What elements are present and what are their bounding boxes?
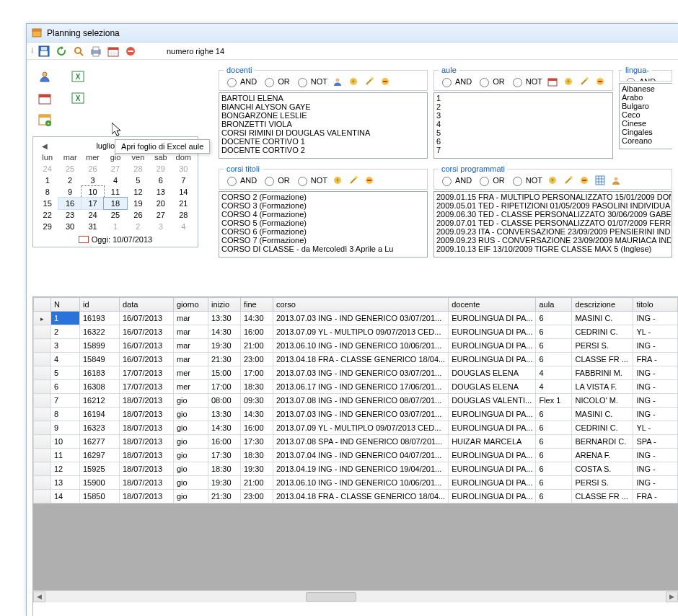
cal-day[interactable]: 9 bbox=[58, 186, 81, 198]
list-item[interactable]: DOCENTE CORTIVO 1 bbox=[220, 137, 426, 146]
table-cell[interactable]: 2013.07.03 ING - IND GENERICO 03/07/201.… bbox=[273, 312, 449, 325]
cal-day[interactable]: 18 bbox=[103, 197, 127, 210]
horizontal-scrollbar[interactable]: ◀ ▶ bbox=[33, 590, 678, 602]
aule-icon[interactable] bbox=[37, 90, 53, 106]
delete-icon[interactable] bbox=[123, 44, 138, 58]
ct-add-icon[interactable]: + bbox=[332, 175, 343, 186]
table-cell[interactable]: 2013.07.03 ING - IND GENERICO 03/07/201.… bbox=[273, 366, 449, 380]
table-cell[interactable]: 2013.06.10 ING - IND GENERICO 10/06/201.… bbox=[273, 339, 449, 353]
cal-day[interactable]: 2 bbox=[127, 221, 149, 232]
table-cell[interactable]: gio bbox=[174, 435, 208, 449]
table-cell[interactable]: 1 bbox=[51, 312, 80, 325]
table-cell[interactable]: 21:00 bbox=[241, 476, 273, 490]
table-row[interactable]: 71621218/07/2013gio08:0009:302013.07.08 … bbox=[34, 394, 678, 408]
table-cell[interactable]: 16297 bbox=[80, 449, 120, 462]
table-cell[interactable]: 2013.07.04 ING - IND GENERICO 04/07/201.… bbox=[273, 449, 449, 462]
cal-footer[interactable]: Oggi: 10/07/2013 bbox=[36, 232, 195, 244]
scroll-thumb[interactable] bbox=[306, 592, 356, 602]
table-cell[interactable]: EUROLINGUA DI PA... bbox=[449, 476, 536, 490]
table-cell[interactable]: 19:30 bbox=[208, 339, 241, 353]
list-item[interactable]: Bulgaro bbox=[620, 102, 672, 110]
list-item[interactable]: 2009.05.01 TED - RIPETIZIONI 01/05/2009 … bbox=[435, 201, 671, 210]
list-item[interactable]: CORSI RIMINI DI DOUGLAS VALENTINA bbox=[220, 128, 426, 137]
cal-day[interactable]: 24 bbox=[82, 209, 104, 221]
column-header[interactable]: id bbox=[80, 298, 120, 312]
table-row[interactable]: 141585018/07/2013gio21:3023:002013.04.18… bbox=[34, 490, 678, 503]
list-item[interactable]: BONGARZONE LESLIE bbox=[220, 111, 426, 120]
list-item[interactable]: CORSO 2 (Formazione) bbox=[220, 193, 426, 201]
docenti-and-radio[interactable]: AND bbox=[224, 76, 257, 87]
table-cell[interactable]: 18/07/2013 bbox=[120, 435, 174, 449]
table-cell[interactable]: 2013.04.18 FRA - CLASSE GENERICO 18/04..… bbox=[273, 353, 449, 366]
table-cell[interactable]: 19:30 bbox=[208, 476, 241, 490]
list-item[interactable]: DOCENTE CORTIVO 2 bbox=[220, 146, 426, 154]
table-cell[interactable]: 14 bbox=[51, 490, 80, 503]
table-cell[interactable]: mar bbox=[174, 325, 208, 339]
list-item[interactable]: Albanese bbox=[620, 84, 672, 93]
table-cell[interactable]: mar bbox=[174, 339, 208, 353]
table-cell[interactable]: 6 bbox=[536, 421, 572, 435]
table-cell[interactable]: 23:00 bbox=[241, 490, 273, 503]
table-cell[interactable]: 13:30 bbox=[208, 312, 241, 325]
table-cell[interactable]: COSTA S. bbox=[572, 462, 633, 476]
table-cell[interactable]: gio bbox=[174, 408, 208, 421]
cal-day[interactable]: 13 bbox=[149, 186, 172, 198]
table-cell[interactable]: 15900 bbox=[80, 476, 120, 490]
table-cell[interactable]: 16183 bbox=[80, 366, 120, 380]
table-cell[interactable]: 14:30 bbox=[208, 325, 241, 339]
table-cell[interactable]: mar bbox=[174, 353, 208, 366]
column-header[interactable]: descrizione bbox=[572, 298, 633, 312]
table-cell[interactable]: 15850 bbox=[80, 490, 120, 503]
cal-day[interactable]: 7 bbox=[172, 175, 195, 186]
table-cell[interactable]: FABBRINI M. bbox=[572, 366, 633, 380]
list-item[interactable]: 2009.06.30 TED - CLASSE PERSONALIZZATO 3… bbox=[435, 210, 671, 219]
aule-or-radio[interactable]: OR bbox=[476, 76, 505, 87]
table-cell[interactable]: 18/07/2013 bbox=[120, 394, 174, 408]
table-cell[interactable]: 3 bbox=[51, 339, 80, 353]
table-cell[interactable]: ING - bbox=[633, 339, 678, 353]
list-item[interactable]: Cinese bbox=[620, 119, 672, 128]
table-row[interactable]: 41584916/07/2013mar21:3023:002013.04.18 … bbox=[34, 353, 678, 366]
table-cell[interactable]: MASINI C. bbox=[572, 408, 633, 421]
list-item[interactable]: Ceco bbox=[620, 110, 672, 119]
cal-day[interactable]: 14 bbox=[172, 186, 195, 198]
aule-cal-icon[interactable] bbox=[547, 76, 558, 87]
aule-add-icon[interactable]: + bbox=[563, 76, 574, 87]
table-cell[interactable]: 12 bbox=[51, 462, 80, 476]
table-cell[interactable]: 17:00 bbox=[241, 366, 273, 380]
table-cell[interactable]: 2 bbox=[51, 325, 80, 339]
cal-day[interactable]: 22 bbox=[36, 209, 58, 221]
table-cell[interactable]: 6 bbox=[536, 325, 572, 339]
table-cell[interactable]: ING - bbox=[633, 449, 678, 462]
cal-day[interactable]: 19 bbox=[127, 198, 149, 209]
column-header[interactable]: titolo bbox=[633, 298, 678, 312]
table-cell[interactable]: 15899 bbox=[80, 339, 120, 353]
table-cell[interactable]: gio bbox=[174, 462, 208, 476]
title-bar[interactable]: Planning seleziona bbox=[27, 24, 678, 43]
table-cell[interactable]: FRA - bbox=[633, 353, 678, 366]
table-cell[interactable]: YL - bbox=[633, 325, 678, 339]
table-cell[interactable]: 16/07/2013 bbox=[120, 339, 174, 353]
table-cell[interactable]: 16/07/2013 bbox=[120, 325, 174, 339]
table-cell[interactable]: 13:30 bbox=[208, 408, 241, 421]
table-cell[interactable]: 2013.07.09 YL - MULTIPLO 09/07/2013 CED.… bbox=[273, 325, 449, 339]
table-cell[interactable]: 4 bbox=[51, 353, 80, 366]
docenti-list[interactable]: BARTOLI ELENABIANCHI ALYSON GAYEBONGARZO… bbox=[219, 92, 428, 159]
cal-day[interactable]: 11 bbox=[104, 186, 126, 198]
table-cell[interactable]: 6 bbox=[51, 380, 80, 394]
table-cell[interactable]: gio bbox=[174, 394, 208, 408]
table-cell[interactable]: 2013.07.08 ING - IND GENERICO 08/07/201.… bbox=[273, 394, 449, 408]
cal-day[interactable]: 24 bbox=[36, 163, 58, 175]
cal-day[interactable]: 1 bbox=[104, 221, 126, 232]
table-cell[interactable]: 2013.06.10 ING - IND GENERICO 10/06/201.… bbox=[273, 476, 449, 490]
docenti-wand-icon[interactable] bbox=[364, 76, 375, 87]
table-row[interactable]: 81619418/07/2013gio13:3014:302013.07.03 … bbox=[34, 408, 678, 421]
excel-docenti-icon[interactable]: X bbox=[70, 69, 86, 84]
cal-day[interactable]: 28 bbox=[127, 163, 149, 175]
cal-day[interactable]: 20 bbox=[149, 198, 172, 209]
table-cell[interactable]: 23:00 bbox=[241, 353, 273, 366]
corsi-titoli-list[interactable]: CORSO 2 (Formazione)CORSO 3 (Formazione)… bbox=[219, 191, 428, 258]
table-cell[interactable]: mer bbox=[174, 366, 208, 380]
table-cell[interactable]: 14:30 bbox=[241, 408, 273, 421]
table-cell[interactable]: 6 bbox=[536, 476, 572, 490]
